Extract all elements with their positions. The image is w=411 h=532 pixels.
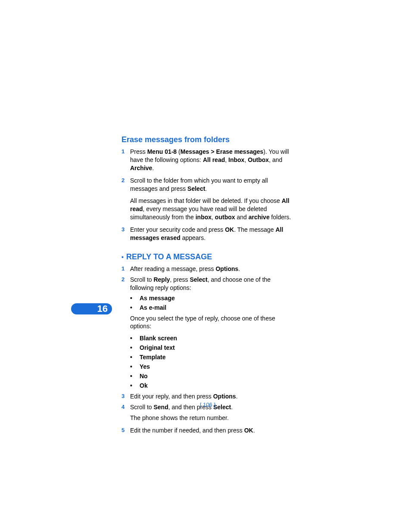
step-text: Enter your security code and press OK. T… xyxy=(130,226,294,242)
bullet-text: Ok xyxy=(140,382,148,389)
step-text: Scroll to the folder from which you want… xyxy=(130,177,294,193)
bullet-icon: • xyxy=(130,382,140,389)
step-number: 2 xyxy=(121,276,130,292)
bullet-icon: • xyxy=(130,344,140,351)
bullet-item: •Original text xyxy=(130,344,294,351)
numbered-step: 5Edit the number if needed, and then pre… xyxy=(121,426,294,435)
step-number: 1 xyxy=(121,148,130,172)
numbered-step: 3Enter your security code and press OK. … xyxy=(121,226,294,242)
numbered-step: 3Edit your reply, and then press Options… xyxy=(121,392,294,401)
heading-reply-text: REPLY TO A MESSAGE xyxy=(126,252,212,261)
step-number: 3 xyxy=(121,226,130,242)
bullet-item: •As message xyxy=(130,295,294,302)
step-text: After reading a message, press Options. xyxy=(130,265,294,273)
bullet-item: •Blank screen xyxy=(130,335,294,342)
heading-reply-to-message: •REPLY TO A MESSAGE xyxy=(121,252,294,261)
step-subtext: Once you select the type of reply, choos… xyxy=(130,314,294,331)
section2-list: 1After reading a message, press Options.… xyxy=(121,265,294,435)
numbered-step: 2Scroll to Reply, press Select, and choo… xyxy=(121,276,294,292)
bullet-item: •Ok xyxy=(130,382,294,389)
bullet-text: Yes xyxy=(140,363,150,370)
step-subtext: All messages in that folder will be dele… xyxy=(130,197,294,221)
step-text: Edit the number if needed, and then pres… xyxy=(130,426,294,435)
bullet-item: •Template xyxy=(130,354,294,361)
bullet-icon: • xyxy=(130,363,140,370)
bullet-text: Blank screen xyxy=(140,335,177,342)
bullet-text: As e-mail xyxy=(140,304,166,311)
numbered-step: 1After reading a message, press Options. xyxy=(121,265,294,273)
heading-erase-messages: Erase messages from folders xyxy=(121,135,294,144)
section1-list: 1Press Menu 01-8 (Messages > Erase messa… xyxy=(121,148,294,242)
bullet-icon: • xyxy=(130,304,140,311)
step-subtext: The phone shows the return number. xyxy=(130,414,294,422)
bullet-item: •No xyxy=(130,373,294,380)
page-content: Erase messages from folders 1Press Menu … xyxy=(121,135,294,437)
bullet-text: No xyxy=(140,373,148,380)
bullet-icon: • xyxy=(130,354,140,361)
bullet-text: As message xyxy=(140,295,175,302)
bullet-icon: • xyxy=(130,373,140,380)
bullet-icon: • xyxy=(130,295,140,302)
step-number: 2 xyxy=(121,177,130,193)
bullet-text: Original text xyxy=(140,344,175,351)
chapter-number: 16 xyxy=(97,303,108,314)
step-text: Press Menu 01-8 (Messages > Erase messag… xyxy=(130,148,294,172)
bullet-list: •Blank screen•Original text•Template•Yes… xyxy=(130,335,294,389)
step-text: Scroll to Reply, press Select, and choos… xyxy=(130,276,294,292)
bullet-item: •As e-mail xyxy=(130,304,294,311)
bullet-item: •Yes xyxy=(130,363,294,370)
step-number: 1 xyxy=(121,265,130,273)
bullet-icon: • xyxy=(130,335,140,342)
chapter-tab: 16 xyxy=(71,303,112,314)
numbered-step: 2Scroll to the folder from which you wan… xyxy=(121,177,294,193)
step-text: Edit your reply, and then press Options. xyxy=(130,392,294,401)
bullet-icon: • xyxy=(121,254,124,261)
page-number: [ 106 ] xyxy=(121,401,294,408)
step-number: 5 xyxy=(121,426,130,435)
bullet-text: Template xyxy=(140,354,165,361)
step-number: 3 xyxy=(121,392,130,401)
numbered-step: 1Press Menu 01-8 (Messages > Erase messa… xyxy=(121,148,294,172)
bullet-list: •As message•As e-mail xyxy=(130,295,294,311)
